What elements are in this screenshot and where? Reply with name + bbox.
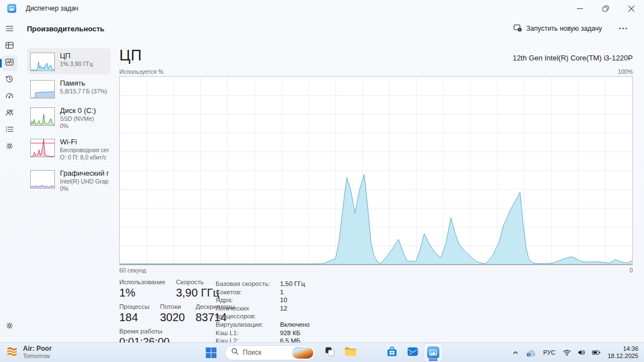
spec-row: Логических процессоров:12 xyxy=(216,304,633,321)
rail-item-users[interactable] xyxy=(2,106,17,121)
search-daily-image[interactable] xyxy=(292,347,314,359)
task-view-icon xyxy=(324,346,335,360)
run-new-task-label: Запустить новую задачу xyxy=(526,25,602,32)
taskbar-app-task-manager[interactable] xyxy=(424,344,442,361)
cpu-usage-chart[interactable] xyxy=(119,76,633,265)
restore-button[interactable] xyxy=(592,0,618,17)
chart-max-label: 100% xyxy=(618,68,633,75)
spec-value: 12 xyxy=(280,304,287,321)
rail-item-settings[interactable] xyxy=(2,319,17,335)
performance-icon xyxy=(5,58,14,69)
rail-item-startup-apps[interactable] xyxy=(2,89,17,105)
rail-item-services[interactable] xyxy=(2,139,17,155)
taskbar-app-edge[interactable] xyxy=(362,344,380,361)
weather-line1: Air: Poor xyxy=(23,345,52,352)
chart-axis-bottom-labels: 60 секунд 0 xyxy=(119,267,633,274)
gear-icon xyxy=(5,321,14,332)
rail-item-processes[interactable] xyxy=(2,39,17,54)
spec-label: Ядра: xyxy=(216,296,280,304)
taskbar-app-outlook[interactable] xyxy=(404,344,422,361)
spec-row: Кэш L1:928 КБ xyxy=(216,329,633,337)
taskbar-center: Поиск xyxy=(202,343,442,362)
close-button[interactable] xyxy=(618,0,644,17)
taskbar-app-task-view[interactable] xyxy=(321,344,339,361)
rail-item-details[interactable] xyxy=(2,123,17,138)
perf-item-title: Диск 0 (C:) xyxy=(60,106,109,115)
start-button[interactable] xyxy=(202,344,220,361)
perf-sidebar-item-disk[interactable]: Диск 0 (C:)SSD (NVMe)0% xyxy=(27,103,111,133)
spec-label: Сокетов: xyxy=(216,288,280,297)
stat-value: 1% xyxy=(119,286,165,299)
onedrive-cloud-icon[interactable] xyxy=(524,347,537,358)
store-icon xyxy=(386,346,398,360)
stat-потоки: Потоки3020 xyxy=(160,303,185,324)
minimize-button[interactable] xyxy=(567,0,592,17)
perf-item-subtitle: 0% xyxy=(60,123,109,130)
clock[interactable]: 14:36 18.12.2025 xyxy=(608,345,638,360)
stat-процессы: Процессы184 xyxy=(119,303,150,324)
stat-value: 184 xyxy=(119,311,150,324)
rail-item-hamburger[interactable] xyxy=(2,22,17,37)
stat-row: Процессы184Потоки3020Дескрипторы83714 xyxy=(119,303,216,324)
perf-item-subtitle: 5,8/15,7 ГБ (37%) xyxy=(60,88,109,95)
startup-apps-icon xyxy=(5,91,14,102)
cpu-title: ЦП xyxy=(119,47,142,64)
volume-icon[interactable] xyxy=(576,347,587,358)
spec-row: Виртуализация:Включено xyxy=(216,321,633,329)
perf-item-text: Графический процессорIntel(R) UHD Graphi… xyxy=(60,169,109,192)
weather-text: Air: Poor Tomorrow xyxy=(23,345,52,360)
disk-mini-chart xyxy=(30,107,55,126)
chart-timespan-label: 60 секунд xyxy=(119,267,146,274)
cpu-stats-left: Использование1%Скорость3,90 ГГцПроцессы1… xyxy=(119,279,216,342)
tray-chevron-up-icon[interactable] xyxy=(511,348,520,358)
nav-rail xyxy=(0,17,19,342)
spec-row: Ядра:10 xyxy=(216,296,633,304)
spec-row: Базовая скорость:1,50 ГГц xyxy=(216,280,633,288)
stat-label: Скорость xyxy=(176,279,220,285)
gpu-mini-chart xyxy=(30,170,55,189)
perf-sidebar-item-wifi[interactable]: Wi-FiБеспроводная сетьО: 0 П: 8,0 кбит/с xyxy=(27,134,111,164)
language-indicator[interactable]: РУС xyxy=(541,348,558,357)
search-box[interactable]: Поиск xyxy=(225,345,316,360)
battery-icon[interactable] xyxy=(591,347,602,358)
perf-item-subtitle: О: 0 П: 8,0 кбит/с xyxy=(60,154,109,161)
spec-value: 1 xyxy=(280,288,283,297)
perf-item-subtitle: Беспроводная сеть xyxy=(60,147,109,154)
stat-label: Потоки xyxy=(160,303,185,310)
content-main: ЦП1% 3,90 ГГцПамять5,8/15,7 ГБ (37%)Диск… xyxy=(19,40,644,342)
chart-axis-top-labels: Используется % 100% xyxy=(119,68,633,75)
taskbar-app-file-explorer[interactable] xyxy=(342,344,360,361)
perf-sidebar-item-cpu[interactable]: ЦП1% 3,90 ГГц xyxy=(27,48,111,74)
rail-item-performance[interactable] xyxy=(2,55,17,71)
stat-row: Использование1%Скорость3,90 ГГц xyxy=(119,279,216,299)
hamburger-icon xyxy=(5,24,14,35)
task-manager-icon xyxy=(427,346,440,359)
perf-item-title: Графический процессор xyxy=(60,169,109,178)
users-icon xyxy=(5,108,14,119)
stat-label: Время работы xyxy=(119,328,170,335)
perf-item-subtitle: Intel(R) UHD Graphics xyxy=(60,178,109,185)
stat-label: Процессы xyxy=(119,303,150,310)
run-new-task-button[interactable]: Запустить новую задачу xyxy=(509,20,606,37)
details-icon xyxy=(5,125,14,136)
perf-sidebar-item-gpu[interactable]: Графический процессорIntel(R) UHD Graphi… xyxy=(27,166,111,196)
memory-mini-chart xyxy=(30,80,55,98)
perf-item-subtitle: SSD (NVMe) xyxy=(60,115,109,123)
content-header: Производительность Запустить новую задач… xyxy=(19,17,644,40)
rail-item-app-history[interactable] xyxy=(2,72,17,88)
task-manager-window: Диспетчер задач Производительность Запус… xyxy=(0,0,644,342)
more-options-button[interactable]: ··· xyxy=(614,22,633,35)
perf-item-text: Диск 0 (C:)SSD (NVMe)0% xyxy=(60,106,109,130)
search-icon xyxy=(231,347,239,358)
performance-sidebar: ЦП1% 3,90 ГГцПамять5,8/15,7 ГБ (37%)Диск… xyxy=(27,40,111,342)
cpu-detail-header: ЦП 12th Gen Intel(R) Core(TM) i3-1220P xyxy=(119,47,633,64)
taskbar-app-store[interactable] xyxy=(383,344,401,361)
spec-label: Кэш L1: xyxy=(216,329,280,337)
search-placeholder: Поиск xyxy=(243,349,288,356)
weather-widget[interactable]: Air: Poor Tomorrow xyxy=(6,345,52,360)
perf-sidebar-item-memory[interactable]: Память5,8/15,7 ГБ (37%) xyxy=(27,76,111,102)
task-manager-app-icon xyxy=(7,4,16,13)
wifi-icon[interactable] xyxy=(562,347,572,358)
cpu-detail-pane: ЦП 12th Gen Intel(R) Core(TM) i3-1220P И… xyxy=(111,40,644,342)
tray-time: 14:36 xyxy=(608,345,638,353)
